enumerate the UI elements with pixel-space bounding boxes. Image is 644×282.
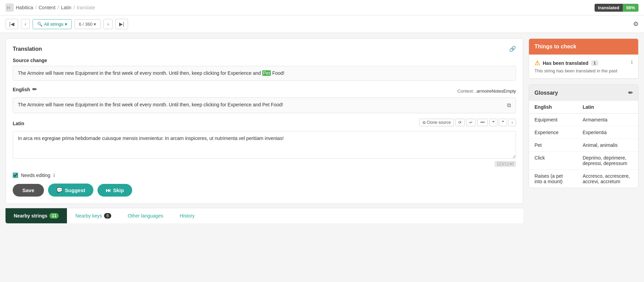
status-badge: translated 98% <box>595 4 639 12</box>
breadcrumb-sep-2: / <box>58 5 59 10</box>
source-highlight: Pet <box>262 70 271 76</box>
breadcrumb: H Habitica / Content / Latin / translate <box>5 3 95 12</box>
tab-nearby-keys-label: Nearby keys <box>75 213 102 219</box>
glossary-row: Raises (a pet into a mount)Accresco, acc… <box>529 170 638 188</box>
filter-settings-icon[interactable]: ⚙ <box>633 20 639 28</box>
more-button[interactable]: ••• <box>477 119 488 126</box>
glossary-english-cell: Raises (a pet into a mount) <box>529 170 577 188</box>
glossary-latin-cell: Deprimo, deprimere, depressi, depressum <box>577 152 638 170</box>
last-string-button[interactable]: ▶| <box>115 19 128 29</box>
save-button[interactable]: Save <box>13 184 44 197</box>
filter-label: All strings <box>44 22 63 27</box>
left-panel: Translation 🔗 Source change The Armoire … <box>5 38 523 223</box>
english-header-row: English ✏ Context: .armoireNotesEmpty <box>13 86 516 95</box>
top-bar: H Habitica / Content / Latin / translate… <box>0 0 644 15</box>
glossary-col-latin: Latin <box>577 101 638 114</box>
bottom-tabs: Nearby strings 11 Nearby keys 6 Other la… <box>5 208 523 223</box>
tab-history-label: History <box>180 213 195 219</box>
glossary-col-english: English <box>529 101 577 114</box>
things-to-check-header: Things to check <box>529 39 638 55</box>
glossary-edit-icon[interactable]: ✏ <box>628 90 633 96</box>
insert-button[interactable]: ↵ <box>466 119 476 126</box>
counter-button[interactable]: 6 / 360 ▾ <box>74 19 101 29</box>
breadcrumb-latin[interactable]: Latin <box>61 5 71 10</box>
glossary-table: English Latin EquipmentArmamentaExperien… <box>529 101 638 188</box>
breadcrumb-habitica[interactable]: Habitica <box>16 5 33 10</box>
clone-icon: ⧉ <box>423 120 426 125</box>
breadcrumb-translate: translate <box>77 5 95 10</box>
char-count: 123/1240 <box>495 161 516 167</box>
breadcrumb-content[interactable]: Content <box>38 5 55 10</box>
habitica-logo-icon: H <box>5 3 14 12</box>
toolbar: |◀ ‹ 🔍 All strings ▾ 6 / 360 ▾ › ▶| ⚙ <box>0 15 644 33</box>
glossary-latin-cell: Animal, animalis <box>577 139 638 152</box>
glossary-card: Glossary ✏ English Latin EquipmentArmame… <box>529 84 639 188</box>
revert-button[interactable]: ⟳ <box>455 119 465 126</box>
glossary-row: PetAnimal, animalis <box>529 139 638 152</box>
quote-open-button[interactable]: ❝ <box>489 119 497 126</box>
things-to-check-card: Things to check ⚠ Has been translated 1 … <box>529 38 639 79</box>
glossary-header: Glossary ✏ <box>529 85 638 101</box>
needs-editing-info-icon[interactable]: ℹ <box>53 173 55 178</box>
needs-editing-checkbox[interactable] <box>13 173 18 178</box>
glossary-english-cell: Equipment <box>529 114 577 126</box>
latin-label: Latin <box>13 121 24 126</box>
things-to-check-title: Things to check <box>534 44 576 49</box>
translation-card: Translation 🔗 Source change The Armoire … <box>5 38 523 204</box>
toolbar-left: |◀ ‹ 🔍 All strings ▾ 6 / 360 ▾ › ▶| <box>5 19 128 29</box>
copy-icon[interactable]: ⧉ <box>507 101 511 109</box>
filter-chevron-icon: ▾ <box>65 22 67 27</box>
source-change-box: The Armoire will have new Equipment in t… <box>13 66 516 81</box>
suggest-button[interactable]: 💬 Suggest <box>48 184 93 197</box>
nearby-strings-badge: 11 <box>49 213 59 219</box>
context-value: .armoireNotesEmpty <box>475 89 516 94</box>
suggest-icon: 💬 <box>56 187 63 193</box>
tab-other-languages[interactable]: Other languages <box>119 208 172 223</box>
skip-button[interactable]: ⏭ Skip <box>97 184 132 197</box>
source-text-after: Food! <box>271 70 285 76</box>
first-string-button[interactable]: |◀ <box>5 19 18 29</box>
main-layout: Translation 🔗 Source change The Armoire … <box>0 33 644 229</box>
source-text-before: The Armoire will have new Equipment in t… <box>18 70 262 76</box>
quote-close-button[interactable]: ❞ <box>499 119 507 126</box>
prev-string-button[interactable]: ‹ <box>21 19 30 29</box>
english-text: The Armoire will have new Equipment in t… <box>18 101 283 108</box>
tab-nearby-strings[interactable]: Nearby strings 11 <box>5 208 67 223</box>
source-change-label: Source change <box>13 58 516 63</box>
check-item-count: 1 <box>591 60 598 66</box>
tab-history[interactable]: History <box>171 208 203 223</box>
next-string-button[interactable]: › <box>103 19 113 29</box>
english-box: The Armoire will have new Equipment in t… <box>13 97 516 113</box>
clone-source-button[interactable]: ⧉ Clone source <box>419 119 454 126</box>
arrow-right-button[interactable]: › <box>508 119 516 126</box>
search-icon: 🔍 <box>37 22 43 27</box>
needs-editing-label: Needs editing <box>21 173 50 178</box>
link-icon[interactable]: 🔗 <box>509 46 516 52</box>
latin-section: Latin ⧉ Clone source ⟳ ↵ ••• ❝ ❞ › <box>13 119 516 167</box>
card-title: Translation <box>13 46 42 52</box>
tab-other-languages-label: Other languages <box>128 213 163 219</box>
context-row: Context: .armoireNotesEmpty <box>457 88 516 94</box>
edit-icon[interactable]: ✏ <box>32 86 37 93</box>
filter-dropdown-button[interactable]: 🔍 All strings ▾ <box>33 19 71 29</box>
glossary-latin-cell: Armamenta <box>577 114 638 126</box>
svg-text:H: H <box>7 5 10 10</box>
breadcrumb-sep-1: / <box>35 5 37 10</box>
glossary-latin-cell: Accresco, accrescere, accrevi, accretum <box>577 170 638 188</box>
latin-toolbar: ⧉ Clone source ⟳ ↵ ••• ❝ ❞ › <box>419 119 516 126</box>
tab-nearby-keys[interactable]: Nearby keys 6 <box>67 208 119 223</box>
warning-icon: ⚠ <box>534 59 540 67</box>
action-buttons: Save 💬 Suggest ⏭ Skip <box>13 184 516 197</box>
needs-editing-row: Needs editing ℹ <box>13 173 516 178</box>
check-info-icon[interactable]: ℹ <box>631 59 633 65</box>
context-label: Context: <box>457 89 474 94</box>
glossary-english-cell: Experience <box>529 126 577 139</box>
counter-value: 6 / 360 <box>79 22 93 27</box>
english-label: English ✏ <box>13 86 37 93</box>
glossary-row: ExperienceExperientia <box>529 126 638 139</box>
latin-textarea[interactable]: In arca res egregiae prima hebdomade cui… <box>13 131 516 158</box>
counter-chevron-icon: ▾ <box>94 22 96 27</box>
breadcrumb-sep-3: / <box>73 5 75 10</box>
glossary-title: Glossary <box>534 90 558 96</box>
next-icon: › <box>107 21 109 27</box>
